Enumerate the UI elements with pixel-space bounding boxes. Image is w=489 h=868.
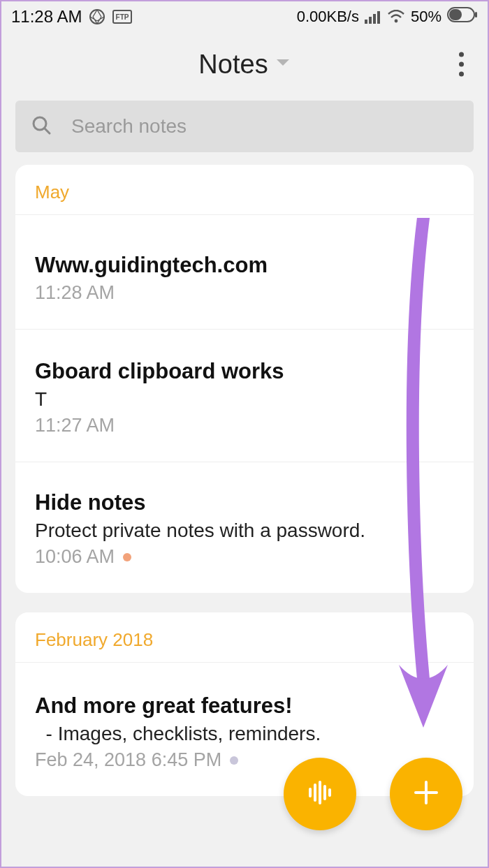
status-bar: 11:28 AM FTP 0.00KB/s 50%: [1, 1, 488, 32]
status-battery-pct: 50%: [411, 8, 441, 26]
note-item[interactable]: Www.guidingtech.com 11:28 AM: [15, 215, 474, 330]
add-note-button[interactable]: [390, 758, 462, 830]
aperture-icon: [89, 8, 105, 25]
status-time: 11:28 AM: [11, 7, 82, 27]
plus-icon: [410, 777, 442, 811]
note-subtitle: Protect private notes with a password.: [35, 520, 454, 542]
search-icon: [31, 115, 52, 138]
note-title: Hide notes: [35, 490, 454, 515]
note-item[interactable]: Hide notes Protect private notes with a …: [15, 462, 474, 593]
page-title: Notes: [198, 50, 268, 80]
svg-rect-4: [369, 17, 372, 24]
status-right: 0.00KB/s 50%: [297, 7, 478, 27]
search-input[interactable]: [71, 115, 458, 138]
svg-rect-5: [373, 14, 376, 24]
status-left: 11:28 AM FTP: [11, 7, 132, 27]
voice-note-button[interactable]: [284, 758, 356, 830]
signal-icon: [365, 10, 381, 24]
svg-rect-9: [449, 9, 462, 20]
note-time: 11:28 AM: [35, 282, 115, 304]
svg-rect-3: [365, 20, 367, 24]
waveform-icon: [304, 777, 336, 811]
note-item[interactable]: Gboard clipboard works T 11:27 AM: [15, 330, 474, 462]
search-bar[interactable]: [15, 101, 474, 152]
title-dropdown[interactable]: Notes: [198, 50, 290, 80]
note-time: Feb 24, 2018 6:45 PM: [35, 749, 221, 771]
battery-icon: [447, 7, 478, 27]
status-dot-icon: [123, 553, 131, 561]
chevron-down-icon: [275, 58, 291, 71]
notes-section: May Www.guidingtech.com 11:28 AM Gboard …: [15, 165, 474, 593]
svg-text:FTP: FTP: [116, 13, 129, 21]
fab-row: [284, 758, 462, 830]
svg-line-12: [45, 128, 50, 133]
section-header: May: [15, 165, 474, 215]
wifi-icon: [387, 10, 405, 24]
note-time: 11:27 AM: [35, 415, 115, 436]
note-subtitle: T: [35, 388, 454, 411]
app-header: Notes: [1, 32, 488, 96]
status-dot-icon: [230, 756, 238, 765]
more-menu-button[interactable]: [459, 52, 464, 77]
svg-point-7: [395, 20, 398, 23]
more-vertical-icon: [459, 52, 464, 57]
note-title: Www.guidingtech.com: [35, 253, 454, 278]
note-title: Gboard clipboard works: [35, 359, 454, 384]
svg-point-0: [90, 10, 104, 24]
section-header: February 2018: [15, 612, 474, 663]
note-subtitle: - Images, checklists, reminders.: [35, 723, 454, 745]
note-time: 10:06 AM: [35, 546, 115, 568]
ftp-icon: FTP: [112, 10, 132, 24]
status-network-speed: 0.00KB/s: [297, 8, 359, 26]
svg-rect-10: [475, 12, 477, 17]
note-title: And more great features!: [35, 693, 454, 719]
svg-rect-6: [377, 11, 380, 24]
